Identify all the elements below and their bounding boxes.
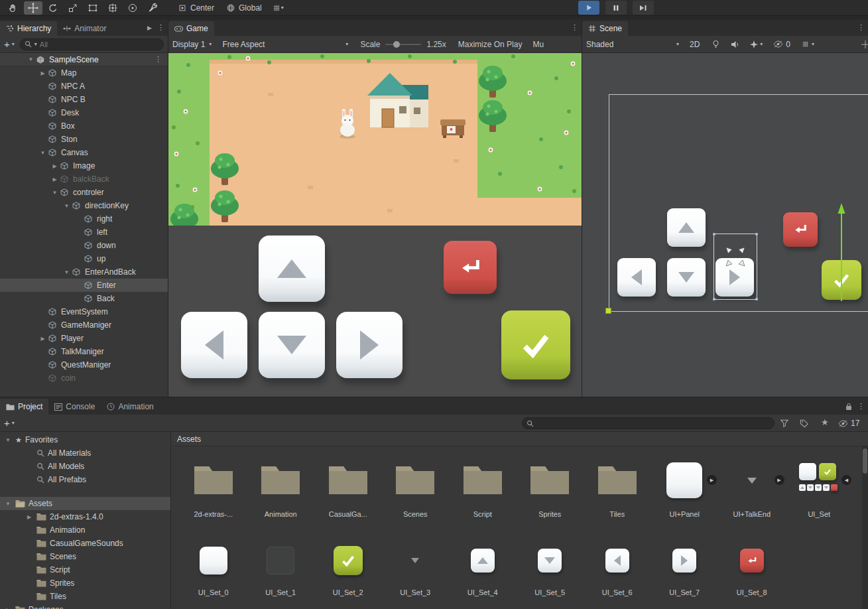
subasset-toggle[interactable]: ▶ xyxy=(775,475,784,485)
sidebar-item-assets[interactable]: ▼Assets xyxy=(0,497,170,510)
foldout-arrow[interactable]: ▼ xyxy=(38,150,47,156)
hierarchy-item-enterandback[interactable]: ▼EnterAndBack xyxy=(0,265,168,279)
hierarchy-item-gamemaniger[interactable]: GameManiger xyxy=(0,318,168,332)
pivot-toggle-button[interactable]: Center xyxy=(172,1,219,15)
orientation-toggle-button[interactable]: Global xyxy=(221,1,267,15)
rect-tool-button[interactable] xyxy=(84,1,102,15)
game-enter-key[interactable] xyxy=(444,241,497,294)
project-search-input[interactable] xyxy=(536,419,770,427)
hierarchy-item-ston[interactable]: Ston xyxy=(0,133,168,146)
sidebar-item-2d-extras-1-4-0[interactable]: ▶2d-extras-1.4.0 xyxy=(0,510,170,523)
tab-scene[interactable]: Scene xyxy=(582,21,628,36)
hierarchy-item-left[interactable]: left xyxy=(0,226,168,239)
asset-item-ui-set-4[interactable]: UI_Set_4 xyxy=(449,545,517,596)
breadcrumb[interactable]: Assets xyxy=(172,432,868,446)
sidebar-item-all-models[interactable]: All Models xyxy=(0,460,170,473)
search-filter-caret[interactable]: ▾ xyxy=(34,42,37,47)
scene-left-key[interactable] xyxy=(617,258,656,297)
hierarchy-item-talkmaniger[interactable]: TalkManiger xyxy=(0,345,168,358)
scene-grid-dropdown[interactable]: ▾ xyxy=(801,40,814,48)
scene-visibility-toggle[interactable]: 0 xyxy=(773,40,790,49)
hierarchy-item-directionkey[interactable]: ▼directionKey xyxy=(0,199,168,212)
asset-item-sprites[interactable]: Sprites xyxy=(517,457,584,518)
clipped-toolbar-icon[interactable] xyxy=(860,39,868,50)
sidebar-item-packages[interactable]: ▶Packages xyxy=(0,603,170,609)
assets-scrollbar[interactable] xyxy=(862,446,868,609)
scale-slider-knob[interactable] xyxy=(393,41,400,48)
editor-tools-button[interactable] xyxy=(143,1,162,15)
asset-item-ui-set-0[interactable]: UI_Set_0 xyxy=(180,545,247,596)
tab-animator[interactable]: Animator xyxy=(57,21,112,36)
hierarchy-item-controler[interactable]: ▼controler xyxy=(0,186,168,199)
sidebar-item-sprites[interactable]: Sprites xyxy=(0,576,170,590)
hierarchy-item-eventsystem[interactable]: EventSystem xyxy=(0,305,168,318)
hierarchy-item-balckback[interactable]: ▶balckBack xyxy=(0,172,168,186)
hierarchy-item-right[interactable]: right xyxy=(0,212,168,226)
lighting-toggle-icon[interactable] xyxy=(712,40,720,49)
subasset-toggle[interactable]: ◀ xyxy=(841,475,851,485)
maximize-on-play-button[interactable]: Maximize On Play xyxy=(458,40,523,49)
game-right-key[interactable] xyxy=(336,312,403,378)
mute-audio-button[interactable]: Mu xyxy=(532,40,544,49)
panel-menu-icon[interactable]: ⋮ xyxy=(157,23,164,32)
hierarchy-item-npc-a[interactable]: NPC A xyxy=(0,80,168,93)
foldout-arrow[interactable]: ▼ xyxy=(62,203,71,209)
hand-tool-button[interactable] xyxy=(4,1,23,15)
asset-item-ui-set-8[interactable]: UI_Set_8 xyxy=(718,545,786,596)
foldout-arrow[interactable]: ▶ xyxy=(25,514,33,520)
asset-item-tiles[interactable]: Tiles xyxy=(584,457,651,518)
sidebar-item-casualgamesounds[interactable]: CasualGameSounds xyxy=(0,537,170,550)
game-left-key[interactable] xyxy=(181,312,247,378)
effects-dropdown[interactable]: ▾ xyxy=(750,40,763,48)
create-asset-caret[interactable]: ▾ xyxy=(12,421,15,426)
hierarchy-item-coin[interactable]: coin xyxy=(0,372,168,385)
move-y-axis-handle[interactable] xyxy=(837,202,846,303)
tab-scroll-icon[interactable]: ▶ xyxy=(147,25,152,31)
create-object-button[interactable]: + xyxy=(4,38,10,50)
asset-item-script[interactable]: Script xyxy=(449,457,517,518)
tab-hierarchy[interactable]: Hierarchy xyxy=(0,21,57,36)
project-visibility-toggle[interactable]: 17 xyxy=(838,419,859,428)
tab-game[interactable]: Game xyxy=(168,21,214,36)
hierarchy-item-map[interactable]: ▶Map xyxy=(0,66,168,80)
tab-animation[interactable]: Animation xyxy=(101,399,159,415)
toggle-2d-button[interactable]: 2D xyxy=(690,40,700,49)
asset-item-ui-set-1[interactable]: UI_Set_1 xyxy=(247,545,315,596)
panel-menu-icon[interactable]: ⋮ xyxy=(857,402,865,411)
scene-down-key[interactable] xyxy=(667,258,706,297)
hierarchy-item-enter[interactable]: Enter xyxy=(0,279,168,292)
play-button[interactable] xyxy=(578,1,599,15)
hierarchy-item-desk[interactable]: Desk xyxy=(0,106,168,119)
sidebar-item-scenes[interactable]: Scenes xyxy=(0,550,170,563)
aspect-dropdown[interactable]: Free Aspect▾ xyxy=(222,40,348,49)
game-down-key[interactable] xyxy=(259,312,325,378)
create-object-caret[interactable]: ▾ xyxy=(12,42,15,47)
hierarchy-item-box[interactable]: Box xyxy=(0,119,168,133)
rect-anchor-gizmo[interactable] xyxy=(723,245,747,269)
sidebar-item-favorites[interactable]: ▼★Favorites xyxy=(0,433,170,446)
subasset-toggle[interactable]: ▶ xyxy=(707,475,717,485)
asset-item-ui-set-2[interactable]: UI_Set_2 xyxy=(314,545,382,596)
create-asset-button[interactable]: + xyxy=(4,417,10,429)
lock-icon[interactable] xyxy=(845,403,852,411)
search-by-label-icon[interactable] xyxy=(800,419,809,428)
asset-item-ui-set-7[interactable]: UI_Set_7 xyxy=(651,545,719,596)
hierarchy-item-canvas[interactable]: ▼Canvas xyxy=(0,146,168,159)
foldout-arrow[interactable]: ▶ xyxy=(38,336,47,342)
scene-options-icon[interactable]: ⋮ xyxy=(155,55,168,64)
foldout-arrow[interactable]: ▼ xyxy=(4,501,12,507)
asset-item-ui-panel[interactable]: ▶UI+Panel xyxy=(651,457,719,518)
grid-snap-button[interactable]: ▾ xyxy=(269,1,287,15)
game-up-key[interactable] xyxy=(259,236,325,302)
sidebar-item-tiles[interactable]: Tiles xyxy=(0,590,170,603)
move-tool-button[interactable] xyxy=(24,1,42,15)
asset-item-ui-set-5[interactable]: UI_Set_5 xyxy=(517,545,584,596)
search-by-type-icon[interactable] xyxy=(780,419,789,428)
custom-tool-button[interactable] xyxy=(123,1,142,15)
foldout-arrow[interactable]: ▶ xyxy=(38,70,47,76)
sidebar-item-all-materials[interactable]: All Materials xyxy=(0,446,170,460)
hierarchy-item-back[interactable]: Back xyxy=(0,292,168,305)
hierarchy-item-samplescene[interactable]: ▼SampleScene⋮ xyxy=(0,53,168,66)
game-confirm-key[interactable] xyxy=(501,310,570,379)
foldout-arrow[interactable]: ▼ xyxy=(27,56,35,62)
